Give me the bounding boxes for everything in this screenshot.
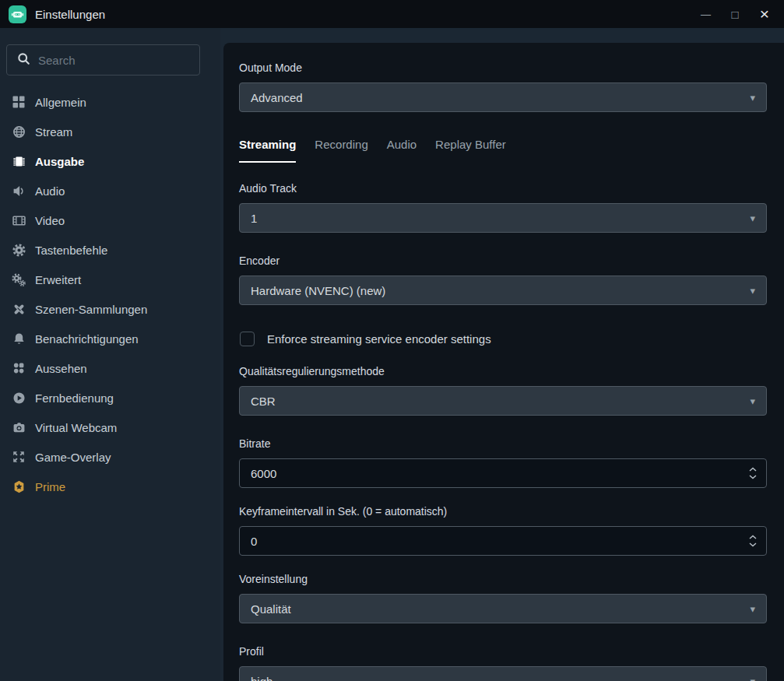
bitrate-value: 6000 — [251, 467, 276, 480]
audio-track-select[interactable]: 1 ▾ — [239, 203, 767, 233]
sidebar-item-label: Stream — [35, 125, 72, 139]
output-tabs: Streaming Recording Audio Replay Buffer — [239, 138, 767, 163]
profile-value: high — [251, 675, 272, 681]
preset-value: Qualität — [251, 602, 291, 616]
film-icon — [11, 214, 26, 227]
chevron-down-icon: ▾ — [750, 396, 755, 406]
spinner-down-icon — [749, 475, 757, 479]
chevron-down-icon: ▾ — [750, 286, 755, 296]
sidebar-item-label: Fernbedienung — [35, 391, 114, 405]
enforce-encoder-settings-row: Enforce streaming service encoder settin… — [239, 332, 767, 346]
keyframe-interval-value: 0 — [251, 535, 257, 548]
sidebar-item-virtual-webcam[interactable]: Virtual Webcam — [0, 412, 220, 442]
keyframe-interval-spinner[interactable] — [749, 535, 757, 547]
camera-icon — [11, 421, 26, 434]
sidebar-item-stream[interactable]: Stream — [0, 117, 220, 146]
output-mode-value: Advanced — [251, 91, 303, 104]
spinner-down-icon — [749, 542, 757, 547]
sidebar-item-ausgabe[interactable]: Ausgabe — [0, 146, 220, 176]
sidebar-item-label: Allgemein — [35, 96, 86, 109]
sidebar-nav: Allgemein Stream — [0, 87, 220, 501]
sidebar-item-fernbedienung[interactable]: Fernbedienung — [0, 383, 220, 412]
spinner-up-icon — [749, 535, 757, 539]
keyframe-interval-label: Keyframeintervall in Sek. (0 = automatis… — [239, 505, 767, 518]
audio-track-label: Audio Track — [239, 182, 767, 195]
scene-collections-icon — [11, 303, 26, 316]
gears-icon — [11, 273, 26, 286]
output-mode-select[interactable]: Advanced ▾ — [239, 82, 767, 112]
output-mode-label: Output Mode — [239, 61, 767, 74]
gear-icon — [11, 244, 26, 257]
sidebar-item-label: Erweitert — [35, 273, 81, 286]
bitrate-label: Bitrate — [239, 437, 767, 450]
profile-select[interactable]: high ▾ — [239, 666, 767, 681]
sidebar-item-label: Game-Overlay — [35, 451, 111, 464]
main-area: Output Mode Advanced ▾ Streaming Recordi… — [220, 28, 784, 681]
keyframe-interval-input[interactable]: 0 — [239, 526, 767, 556]
enforce-encoder-settings-checkbox[interactable] — [240, 332, 255, 346]
shapes-icon — [11, 362, 26, 374]
encoder-label: Encoder — [239, 254, 767, 267]
sidebar-item-label: Ausgabe — [35, 155, 84, 168]
sidebar-item-benachrichtigungen[interactable]: Benachrichtigungen — [0, 324, 220, 353]
rate-control-label: Qualitätsregulierungsmethode — [239, 365, 767, 377]
settings-sidebar: Allgemein Stream — [0, 28, 220, 681]
tab-streaming[interactable]: Streaming — [239, 138, 296, 163]
tab-replay-buffer[interactable]: Replay Buffer — [435, 138, 506, 163]
encoder-value: Hardware (NVENC) (new) — [251, 284, 385, 297]
tab-recording[interactable]: Recording — [315, 138, 367, 163]
sidebar-item-prime[interactable]: Prime — [0, 472, 220, 501]
search-input[interactable] — [38, 54, 178, 67]
expand-icon — [11, 451, 26, 463]
sidebar-item-aussehen[interactable]: Aussehen — [0, 353, 220, 383]
sidebar-item-label: Tastenbefehle — [35, 244, 107, 257]
maximize-button[interactable]: □ — [723, 2, 747, 26]
sidebar-item-label: Prime — [35, 480, 65, 493]
app-logo-icon — [9, 5, 26, 23]
sidebar-item-audio[interactable]: Audio — [0, 176, 220, 205]
chip-icon — [11, 155, 26, 168]
tab-audio[interactable]: Audio — [387, 138, 417, 163]
speaker-icon — [11, 184, 26, 198]
bell-icon — [11, 332, 26, 346]
preset-label: Voreinstellung — [239, 573, 767, 585]
search-icon — [17, 52, 30, 68]
prime-badge-icon — [11, 480, 26, 493]
titlebar: Einstellungen — □ × — [0, 0, 784, 28]
chevron-down-icon: ▾ — [750, 213, 755, 223]
sidebar-item-label: Virtual Webcam — [35, 421, 117, 434]
chevron-down-icon: ▾ — [750, 604, 755, 614]
profile-label: Profil — [239, 645, 767, 658]
play-circle-icon — [11, 391, 26, 405]
preset-select[interactable]: Qualität ▾ — [239, 594, 767, 623]
window-controls: — □ × — [694, 2, 776, 26]
minimize-button[interactable]: — — [694, 2, 717, 26]
audio-track-value: 1 — [251, 212, 257, 225]
window-title: Einstellungen — [35, 8, 105, 21]
sidebar-item-label: Video — [35, 214, 65, 227]
sidebar-item-label: Szenen-Sammlungen — [35, 303, 147, 316]
globe-icon — [11, 125, 26, 139]
grid-icon — [11, 96, 26, 108]
sidebar-item-erweitert[interactable]: Erweitert — [0, 265, 220, 294]
sidebar-item-allgemein[interactable]: Allgemein — [0, 87, 220, 117]
encoder-select[interactable]: Hardware (NVENC) (new) ▾ — [239, 276, 767, 305]
rate-control-value: CBR — [251, 395, 276, 408]
sidebar-item-game-overlay[interactable]: Game-Overlay — [0, 442, 220, 472]
close-button[interactable]: × — [753, 2, 776, 26]
sidebar-item-label: Audio — [35, 184, 65, 198]
bitrate-spinner[interactable] — [749, 467, 757, 479]
rate-control-select[interactable]: CBR ▾ — [239, 386, 767, 416]
sidebar-item-video[interactable]: Video — [0, 205, 220, 235]
chevron-down-icon: ▾ — [750, 93, 755, 103]
sidebar-item-szenen-sammlungen[interactable]: Szenen-Sammlungen — [0, 294, 220, 324]
spinner-up-icon — [749, 467, 757, 472]
bitrate-input[interactable]: 6000 — [239, 458, 767, 488]
settings-panel: Output Mode Advanced ▾ Streaming Recordi… — [223, 43, 784, 681]
sidebar-item-label: Benachrichtigungen — [35, 332, 139, 346]
sidebar-item-label: Aussehen — [35, 362, 87, 375]
chevron-down-icon: ▾ — [750, 676, 755, 681]
sidebar-item-tastenbefehle[interactable]: Tastenbefehle — [0, 235, 220, 265]
enforce-encoder-settings-label: Enforce streaming service encoder settin… — [267, 332, 491, 346]
search-box[interactable] — [6, 44, 200, 75]
